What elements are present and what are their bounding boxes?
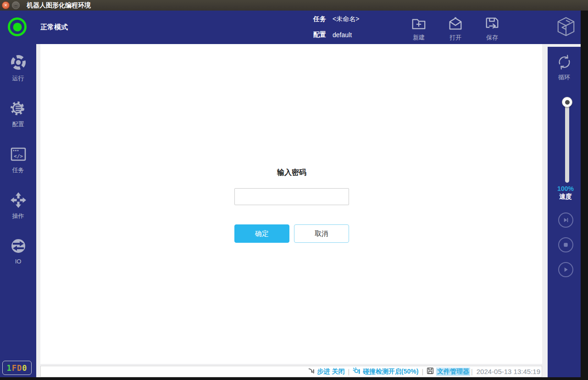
statusbar-separator: | <box>471 368 473 375</box>
statusbar: 步进 关闭 | 碰撞检测开启(50%) | <box>40 366 542 377</box>
collision-detect-label: 碰撞检测开启(50%) <box>363 368 418 376</box>
dialog-buttons: 确定 取消 <box>234 224 349 243</box>
statusbar-separator: | <box>422 368 423 375</box>
save-floppy-arrow-icon <box>484 16 500 32</box>
file-manager-disk-icon <box>427 367 434 376</box>
file-manager-button[interactable]: 文件管理器 <box>427 367 470 376</box>
svg-text:</>: </> <box>14 153 23 159</box>
operate-move-arrows-icon <box>10 191 27 209</box>
collision-icon <box>353 367 361 376</box>
step-mode-status[interactable]: 步进 关闭 <box>308 367 345 376</box>
status-badge: 1FD0 <box>2 361 32 375</box>
main-content: 输入密码 确定 取消 <box>40 44 542 364</box>
sidebar-item-label: 任务 <box>12 166 24 174</box>
sidebar-item-label: 运行 <box>12 74 24 83</box>
statusbar-separator: | <box>348 368 349 375</box>
task-label: 任务 <box>313 15 326 23</box>
file-manager-label: 文件管理器 <box>436 368 470 376</box>
loop-button[interactable]: 循环 <box>548 54 581 82</box>
config-value: default <box>333 31 352 39</box>
sidebar-item-label: IO <box>15 258 22 265</box>
sidebar-item-io[interactable]: IO <box>0 237 36 265</box>
screen: × – 机器人图形化编程环境 正常模式 任务 <未命名> 配置 default <box>0 0 588 380</box>
badge-part-2: FD <box>12 363 22 373</box>
mode-indicator-dot <box>13 22 22 31</box>
os-titlebar: × – 机器人图形化编程环境 <box>0 0 588 11</box>
app-header: 正常模式 任务 <未命名> 配置 default 新建 <box>0 11 581 44</box>
dialog-title: 输入密码 <box>277 168 306 178</box>
password-dialog: 输入密码 确定 取消 <box>234 168 349 243</box>
new-label: 新建 <box>413 34 425 42</box>
mode-indicator-icon[interactable] <box>8 17 27 36</box>
close-icon[interactable]: × <box>2 1 10 9</box>
open-button[interactable]: 打开 <box>437 16 474 42</box>
open-envelope-icon <box>448 16 463 32</box>
task-code-window-icon: </> <box>10 145 27 163</box>
window-title: 机器人图形化编程环境 <box>27 1 91 10</box>
speed-slider-knob[interactable] <box>562 97 572 107</box>
task-row: 任务 <未命名> <box>313 15 359 24</box>
badge-part-1: 1 <box>7 363 12 373</box>
loop-cycle-icon <box>556 54 573 71</box>
speed-slider-track[interactable] <box>565 102 569 183</box>
play-icon <box>562 266 569 273</box>
sidebar-item-label: 操作 <box>12 212 24 220</box>
save-button[interactable]: 保存 <box>474 16 510 42</box>
stop-icon <box>562 241 569 248</box>
stop-button[interactable] <box>558 237 573 252</box>
sidebar-item-config[interactable]: 配置 <box>0 100 36 129</box>
play-button[interactable] <box>558 262 573 277</box>
config-label: 配置 <box>313 31 326 39</box>
speed-value: 100% <box>550 185 581 192</box>
step-forward-icon <box>562 217 569 224</box>
open-label: 打开 <box>449 34 461 42</box>
collision-detect-status[interactable]: 碰撞检测开启(50%) <box>353 367 418 376</box>
config-gear-icon <box>10 100 27 117</box>
task-value: <未命名> <box>333 15 359 23</box>
speed-readout: 100% 速度 <box>548 185 581 201</box>
password-input[interactable] <box>234 188 349 205</box>
speed-label: 速度 <box>550 193 581 201</box>
sidebar-item-label: 配置 <box>12 120 24 129</box>
right-sidebar: 循环 100% 速度 <box>548 47 581 377</box>
new-button[interactable]: 新建 <box>400 16 437 42</box>
new-folder-plus-icon <box>411 16 427 32</box>
minimize-icon[interactable]: – <box>12 1 20 9</box>
save-label: 保存 <box>486 34 498 42</box>
mode-label: 正常模式 <box>40 23 68 32</box>
app-window: 正常模式 任务 <未命名> 配置 default 新建 <box>0 11 581 377</box>
io-swap-circle-icon <box>10 237 27 255</box>
config-row: 配置 default <box>313 30 359 39</box>
loop-label: 循环 <box>558 73 570 82</box>
sidebar-item-operate[interactable]: 操作 <box>0 191 36 220</box>
task-config-meta: 任务 <未命名> 配置 default <box>313 15 359 39</box>
cube-logo-icon <box>555 16 577 37</box>
step-forward-button[interactable] <box>558 212 573 228</box>
sidebar-item-task[interactable]: </> 任务 <box>0 145 36 174</box>
sidebar-item-run[interactable]: 运行 <box>0 54 36 83</box>
left-sidebar: 运行 配置 <box>0 44 36 377</box>
badge-part-3: 0 <box>22 363 27 373</box>
ok-button[interactable]: 确定 <box>234 224 289 243</box>
run-target-icon <box>10 54 27 71</box>
step-arrow-icon <box>308 367 315 376</box>
cancel-button[interactable]: 取消 <box>294 224 349 243</box>
clock-timestamp: 2024-05-13 13:45:19 <box>477 368 540 375</box>
step-mode-label: 步进 关闭 <box>317 368 345 376</box>
